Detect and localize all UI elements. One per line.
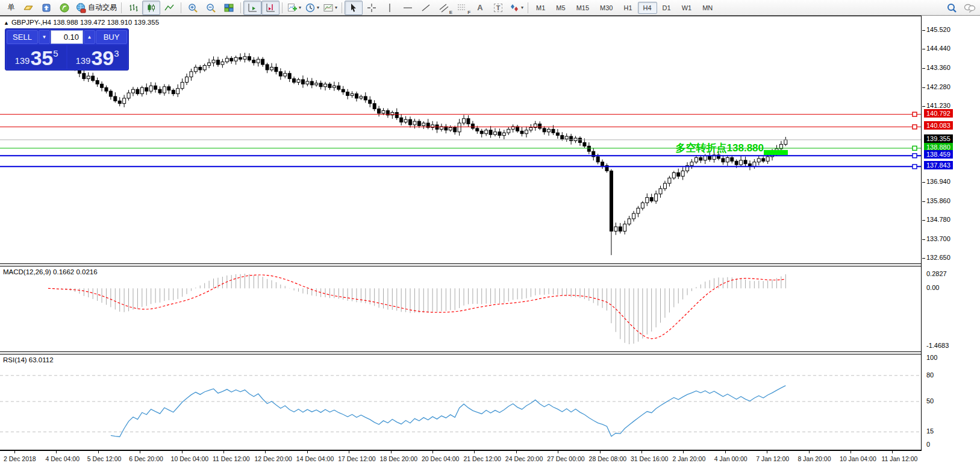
auto-scroll-button[interactable] [243,1,261,15]
collapse-icon[interactable]: ▲ [4,20,9,26]
buy-price-main: 39 [91,48,114,68]
line-chart-button[interactable] [160,1,178,15]
green-highlight-bar [764,150,788,155]
search-icon [946,2,957,13]
timeframe-M15[interactable]: M15 [571,2,595,14]
text-label-icon: T [494,4,503,12]
price-axis-label: 135.860 [926,197,950,204]
price-level-label: 138.459 [924,150,953,159]
sell-button[interactable]: SELL [7,30,38,44]
rsi-panel[interactable]: RSI(14) 63.0112 [0,354,921,450]
time-axis-label: 28 Dec 08:00 [589,455,626,462]
dropdown-caret-icon: ▾ [317,5,319,10]
volume-input[interactable] [51,30,83,44]
templates-button[interactable]: ▾ [321,1,339,15]
volume-increase-button[interactable]: ▲ [84,30,95,44]
time-axis-label: 4 Dec 04:00 [45,455,80,462]
new-order-button[interactable]: 单 [1,1,19,15]
text-label-button[interactable]: T [489,1,507,15]
indicators-button[interactable]: ▾ [285,1,303,15]
time-tick-mark [349,451,349,453]
price-axis-label: 134.780 [926,216,950,223]
horizontal-line-button[interactable] [399,1,417,15]
timeframe-MN[interactable]: MN [697,2,718,14]
trendline-button[interactable] [417,1,435,15]
time-tick-mark [140,451,140,453]
cursor-button[interactable] [345,1,363,15]
crosshair-button[interactable] [363,1,381,15]
toolbar-separator [181,2,181,13]
time-axis-label: 27 Dec 00:00 [547,455,584,462]
macd-chart [0,266,921,351]
bar-chart-button[interactable] [124,1,142,15]
tile-windows-button[interactable] [220,1,238,15]
dropdown-caret-icon: ▾ [521,5,523,10]
periods-button[interactable]: ▾ [303,1,321,15]
time-tick-mark [641,451,642,453]
zoom-out-button[interactable] [202,1,220,15]
price-axis-label: 143.360 [926,64,950,71]
chat-icon [964,2,976,13]
price-tick-mark [922,239,925,240]
timeframe-W1[interactable]: W1 [676,2,698,14]
timeframe-M5[interactable]: M5 [551,2,570,14]
gold-button[interactable] [19,1,37,15]
sell-price-prefix: 139 [14,55,30,66]
autotrading-globe-icon [75,2,86,13]
price-level-label: 137.843 [924,161,953,169]
autotrading-label: 自动交易 [88,2,117,13]
volume-decrease-button[interactable]: ▼ [39,30,50,44]
time-tick-mark [474,451,475,453]
vertical-line-button[interactable] [381,1,399,15]
price-axis-label: 144.440 [926,45,950,52]
time-tick-mark [223,451,224,453]
time-axis[interactable]: 2 Dec 20184 Dec 04:005 Dec 12:006 Dec 20… [0,451,980,466]
candlestick-chart-button[interactable] [142,1,160,15]
equidistant-channel-button[interactable]: E [435,1,453,15]
timeframe-group: M1M5M15M30H1H4D1W1MN [531,2,718,14]
timeframe-M30[interactable]: M30 [595,2,618,14]
chat-button[interactable] [961,1,979,15]
rsi-axis-label: 0 [926,441,930,448]
time-axis-label: 7 Jan 12:00 [756,455,789,462]
indicators-icon [287,2,298,13]
macd-axis-label: -1.4683 [926,342,949,349]
timeframe-H4[interactable]: H4 [638,2,657,14]
price-level-label: 140.792 [924,109,953,118]
toolbar-separator [528,2,528,13]
rsi-axis-label: 100 [926,354,937,361]
buy-price[interactable]: 139 39 3 [67,45,127,69]
sell-price[interactable]: 139 35 5 [7,45,66,69]
gold-ingot-icon [23,2,34,13]
text-button[interactable]: A [471,1,489,15]
time-axis-label: 17 Dec 12:00 [338,455,375,462]
chart-title-text: GBPJPY-,H4 138.988 139.472 138.910 139.3… [11,19,159,26]
autotrading-button[interactable]: 自动交易 [73,1,119,15]
arrows-button[interactable]: ▾ [507,1,525,15]
price-tick-mark [922,258,925,259]
fibonacci-button[interactable]: F [453,1,471,15]
toolbar-separator [282,2,282,13]
line-chart-icon [164,2,175,13]
search-button[interactable] [943,1,961,15]
buy-price-sup: 3 [114,48,119,58]
buy-button[interactable]: BUY [96,30,127,44]
signals-button[interactable] [55,1,73,15]
mql5-community-button[interactable] [37,1,55,15]
zoom-in-button[interactable] [184,1,202,15]
price-axis-label: 133.700 [926,235,950,242]
horizontal-line-icon [402,2,413,13]
price-axis-label: 145.520 [926,26,950,33]
timeframe-H1[interactable]: H1 [618,2,637,14]
timeframe-M1[interactable]: M1 [531,2,551,14]
main-chart-panel[interactable]: ▲GBPJPY-,H4 138.988 139.472 138.910 139.… [0,16,921,264]
time-axis-label: 10 Jan 04:00 [840,455,876,462]
chart-shift-button[interactable] [261,1,279,15]
time-axis-label: 11 Dec 12:00 [213,455,250,462]
macd-panel[interactable]: MACD(12,26,9) 0.1662 0.0216 [0,266,921,351]
chart-shift-icon [265,2,276,13]
timeframe-D1[interactable]: D1 [657,2,676,14]
time-axis-label: 31 Dec 16:00 [631,455,668,462]
price-axis[interactable]: 145.520144.440143.360142.280141.230136.9… [921,16,980,451]
price-tick-mark [922,30,925,31]
